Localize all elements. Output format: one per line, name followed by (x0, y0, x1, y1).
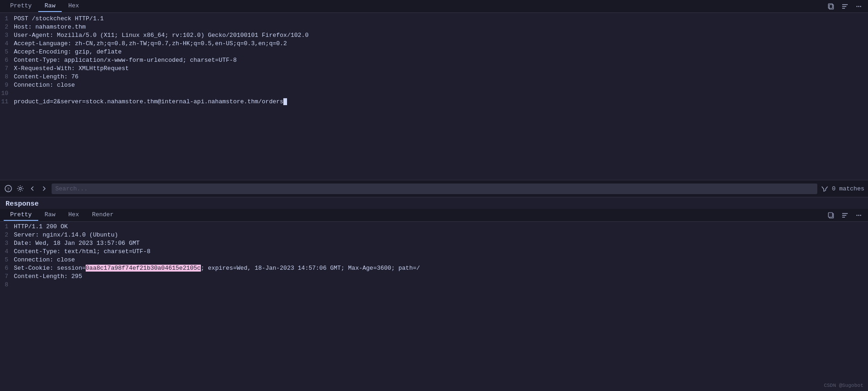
watermark: CSDN @Sugobot (824, 383, 863, 388)
table-row: 6Set-Cookie: session=0aa8c17a98f74ef21b3… (0, 264, 868, 273)
response-tabs-left: Pretty Raw Hex Render (4, 209, 120, 221)
line-content: Date: Wed, 18 Jan 2023 13:57:06 GMT (14, 239, 868, 248)
line-number: 1 (0, 15, 14, 23)
response-tabs-bar: Pretty Raw Hex Render (0, 209, 868, 222)
matches-count: 0 matches (832, 185, 864, 192)
tab-raw-request[interactable]: Raw (38, 0, 62, 12)
table-row: 10 (0, 89, 868, 98)
search-filter-btn[interactable] (820, 184, 829, 193)
svg-rect-12 (828, 213, 833, 217)
request-tabs-right (826, 2, 864, 11)
line-number: 8 (0, 281, 14, 289)
prev-match-btn[interactable] (28, 184, 37, 193)
line-number: 5 (0, 48, 14, 56)
svg-point-10 (19, 188, 22, 190)
copy-icon-btn[interactable] (826, 2, 837, 11)
table-row: 5Accept-Encoding: gzip, deflate (0, 48, 868, 56)
response-copy-btn[interactable] (826, 211, 837, 220)
svg-point-17 (858, 214, 859, 215)
line-number: 5 (0, 256, 14, 264)
svg-point-18 (860, 214, 861, 215)
help-icon-btn[interactable]: ? (4, 184, 13, 193)
table-row: 1POST /stockcheck HTTP/1.1 (0, 15, 868, 23)
line-number: 4 (0, 40, 14, 48)
response-code-area: 1HTTP/1.1 200 OK2Server: nginx/1.14.0 (U… (0, 222, 868, 391)
response-more-btn[interactable] (853, 211, 864, 220)
line-content: product_id=2&server=stock.nahamstore.thm… (14, 98, 868, 106)
line-number: 6 (0, 56, 14, 65)
table-row: 4Content-Type: text/html; charset=UTF-8 (0, 248, 868, 256)
table-row: 8 (0, 281, 868, 289)
line-content: Accept-Language: zh-CN,zh;q=0.8,zh-TW;q=… (14, 40, 868, 48)
table-row: 3User-Agent: Mozilla/5.0 (X11; Linux x86… (0, 31, 868, 40)
tab-render-response[interactable]: Render (86, 209, 120, 221)
line-number: 2 (0, 23, 14, 31)
response-title: Response (0, 197, 868, 209)
table-row: 1HTTP/1.1 200 OK (0, 223, 868, 231)
table-row: 7Content-Length: 295 (0, 273, 868, 281)
tab-hex-request[interactable]: Hex (62, 0, 85, 12)
svg-text:?: ? (7, 186, 10, 192)
request-tabs-left: Pretty Raw Hex (4, 0, 86, 12)
line-number: 1 (0, 223, 14, 231)
request-section: Pretty Raw Hex (0, 0, 868, 180)
line-content: HTTP/1.1 200 OK (14, 223, 868, 231)
line-content: User-Agent: Mozilla/5.0 (X11; Linux x86_… (14, 31, 868, 40)
table-row: 4Accept-Language: zh-CN,zh;q=0.8,zh-TW;q… (0, 40, 868, 48)
wrap-icon-btn[interactable] (839, 2, 850, 11)
table-row: 2Server: nginx/1.14.0 (Ubuntu) (0, 231, 868, 239)
line-content (14, 281, 868, 289)
table-row: 8Content-Length: 76 (0, 73, 868, 81)
line-number: 2 (0, 231, 14, 239)
svg-point-7 (860, 6, 861, 6)
line-content: Set-Cookie: session=0aa8c17a98f74ef21b30… (14, 264, 868, 273)
response-section: Response Pretty Raw Hex Render (0, 197, 868, 391)
line-number: 3 (0, 239, 14, 248)
line-number: 4 (0, 248, 14, 256)
tab-pretty-request[interactable]: Pretty (4, 0, 38, 12)
line-content: Content-Length: 76 (14, 73, 868, 81)
line-content: Server: nginx/1.14.0 (Ubuntu) (14, 231, 868, 239)
line-content: Connection: close (14, 256, 868, 264)
search-input[interactable] (52, 184, 817, 194)
line-number: 11 (0, 98, 14, 106)
tab-hex-response[interactable]: Hex (62, 209, 85, 221)
line-number: 9 (0, 81, 14, 89)
tab-raw-response[interactable]: Raw (38, 209, 62, 221)
line-number: 7 (0, 273, 14, 281)
svg-point-16 (856, 214, 857, 215)
table-row: 5Connection: close (0, 256, 868, 264)
search-bar: ? 0 matches (0, 180, 868, 197)
line-content (14, 89, 868, 98)
line-content: Content-Type: text/html; charset=UTF-8 (14, 248, 868, 256)
line-number: 6 (0, 264, 14, 273)
svg-point-6 (858, 6, 859, 6)
line-content: Content-Length: 295 (14, 273, 868, 281)
svg-point-5 (856, 6, 857, 6)
line-content: Content-Type: application/x-www-form-url… (14, 56, 868, 65)
line-content: Connection: close (14, 81, 868, 89)
request-tabs-bar: Pretty Raw Hex (0, 0, 868, 13)
table-row: 3Date: Wed, 18 Jan 2023 13:57:06 GMT (0, 239, 868, 248)
response-wrap-btn[interactable] (839, 211, 850, 220)
tab-pretty-response[interactable]: Pretty (4, 209, 38, 221)
table-row: 6Content-Type: application/x-www-form-ur… (0, 56, 868, 65)
line-number: 10 (0, 89, 14, 98)
request-code-area: 1POST /stockcheck HTTP/1.12Host: nahamst… (0, 13, 868, 180)
line-number: 3 (0, 31, 14, 40)
line-content: X-Requested-With: XMLHttpRequest (14, 65, 868, 73)
line-number: 8 (0, 73, 14, 81)
response-tabs-right (826, 211, 864, 220)
line-content: POST /stockcheck HTTP/1.1 (14, 15, 868, 23)
table-row: 2Host: nahamstore.thm (0, 23, 868, 31)
table-row: 9Connection: close (0, 81, 868, 89)
table-row: 7X-Requested-With: XMLHttpRequest (0, 65, 868, 73)
settings-icon-btn[interactable] (16, 184, 25, 193)
next-match-btn[interactable] (40, 184, 49, 193)
line-content: Host: nahamstore.thm (14, 23, 868, 31)
line-number: 7 (0, 65, 14, 73)
table-row: 11product_id=2&server=stock.nahamstore.t… (0, 98, 868, 106)
more-icon-btn[interactable] (853, 2, 864, 11)
line-content: Accept-Encoding: gzip, deflate (14, 48, 868, 56)
